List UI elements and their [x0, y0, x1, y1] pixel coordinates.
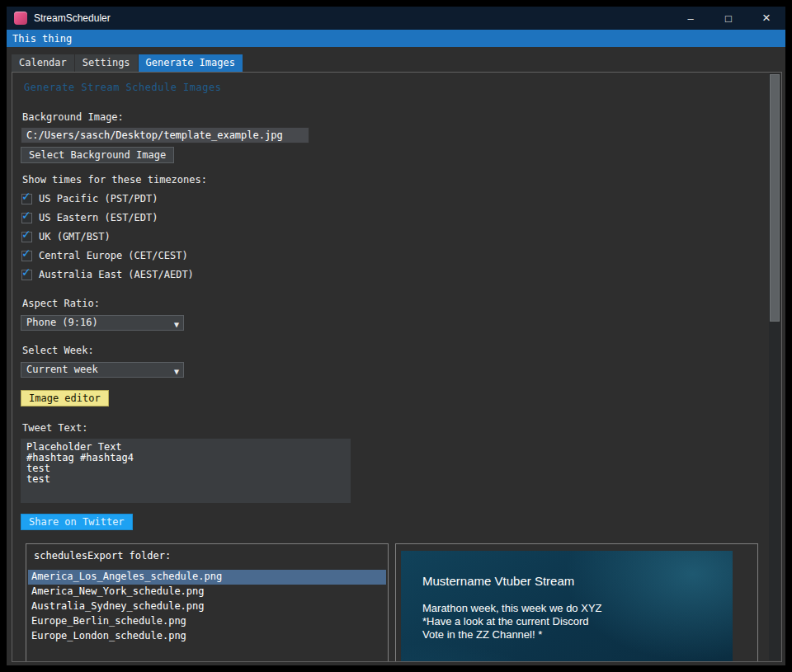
timezone-option-us-eastern[interactable]: ✓ US Eastern (EST/EDT) — [21, 211, 158, 224]
export-file-list: America_Los_Angeles_schedule.png America… — [28, 570, 386, 644]
maximize-icon: □ — [725, 12, 732, 25]
file-list-item[interactable]: Europe_London_schedule.png — [28, 629, 386, 644]
preview-line: Marathon week, this week we do XYZ — [422, 602, 602, 614]
tab-settings[interactable]: Settings — [75, 54, 138, 72]
maximize-button[interactable]: □ — [710, 7, 747, 30]
background-image-path-input[interactable]: C:/Users/sasch/Desktop/template_example.… — [21, 127, 309, 143]
app-icon — [14, 12, 27, 25]
timezone-option-australia-east[interactable]: ✓ Australia East (AEST/AEDT) — [21, 268, 194, 281]
window-controls: – □ × — [672, 7, 785, 30]
check-icon: ✓ — [21, 266, 31, 279]
check-icon: ✓ — [21, 209, 31, 222]
window-title: StreamScheduler — [34, 12, 111, 24]
chevron-down-icon: ▼ — [174, 317, 179, 331]
checkbox-us-pacific[interactable]: ✓ — [21, 194, 32, 204]
screenshot-stage: StreamScheduler – □ × This thing Calenda… — [0, 0, 792, 672]
share-on-twitter-button[interactable]: Share on Twitter — [21, 514, 133, 530]
tab-calendar[interactable]: Calendar — [12, 54, 74, 72]
checkbox-label: US Eastern (EST/EDT) — [39, 212, 158, 223]
title-bar: StreamScheduler – □ × — [7, 7, 785, 30]
close-icon: × — [762, 10, 771, 26]
image-editor-button[interactable]: Image editor — [21, 390, 109, 406]
chevron-down-icon: ▼ — [174, 364, 179, 378]
checkbox-uk[interactable]: ✓ — [21, 232, 32, 242]
export-folder-panel: schedulesExport folder: America_Los_Ange… — [26, 543, 389, 662]
minimize-icon: – — [687, 12, 693, 25]
vertical-scrollbar[interactable] — [769, 73, 780, 660]
file-list-item[interactable]: America_Los_Angeles_schedule.png — [28, 570, 386, 585]
scrollbar-thumb[interactable] — [770, 74, 780, 322]
schedule-preview-panel: Mustername Vtuber Stream Marathon week, … — [395, 543, 758, 662]
close-button[interactable]: × — [747, 7, 785, 30]
checkbox-us-eastern[interactable]: ✓ — [21, 213, 32, 223]
timezone-option-central-europe[interactable]: ✓ Central Europe (CET/CEST) — [21, 249, 188, 262]
checkbox-label: Central Europe (CET/CEST) — [39, 250, 188, 261]
schedule-preview-image: Mustername Vtuber Stream Marathon week, … — [401, 551, 733, 662]
minimize-button[interactable]: – — [672, 7, 710, 30]
preview-title: Mustername Vtuber Stream — [422, 574, 574, 588]
export-folder-label: schedulesExport folder: — [34, 550, 171, 562]
aspect-ratio-value: Phone (9:16) — [26, 317, 98, 328]
aspect-ratio-select[interactable]: Phone (9:16) ▼ — [21, 315, 184, 331]
menu-item-this-thing[interactable]: This thing — [7, 30, 78, 47]
timezones-label: Show times for these timezones: — [22, 174, 207, 186]
menu-bar: This thing — [7, 30, 785, 47]
file-list-item[interactable]: America_New_York_schedule.png — [28, 585, 386, 599]
tweet-text-label: Tweet Text: — [22, 422, 87, 434]
select-week-label: Select Week: — [22, 345, 94, 356]
checkbox-central-europe[interactable]: ✓ — [21, 251, 32, 261]
tweet-text-textarea[interactable]: Placeholder Text #hashtag #hashtag4 test… — [21, 439, 351, 503]
app-window: StreamScheduler – □ × This thing Calenda… — [7, 7, 785, 665]
select-background-image-button[interactable]: Select Background Image — [21, 147, 174, 163]
preview-line: Vote in the ZZ Channel! * — [422, 628, 542, 641]
check-icon: ✓ — [21, 247, 31, 260]
week-select[interactable]: Current week ▼ — [21, 362, 184, 378]
aspect-ratio-label: Aspect Ratio: — [22, 298, 100, 309]
timezone-option-uk[interactable]: ✓ UK (GMT/BST) — [21, 230, 111, 243]
checkbox-label: UK (GMT/BST) — [39, 231, 111, 242]
file-list-item[interactable]: Australia_Sydney_schedule.png — [28, 599, 386, 614]
checkbox-label: US Pacific (PST/PDT) — [39, 193, 158, 204]
check-icon: ✓ — [21, 190, 31, 203]
generate-images-panel: Generate Stream Schedule Images Backgrou… — [12, 72, 782, 662]
tab-bar: Calendar Settings Generate Images — [7, 47, 785, 72]
preview-line: *Have a look at the current Discord — [422, 615, 589, 627]
file-list-item[interactable]: Europe_Berlin_schedule.png — [28, 614, 386, 629]
tab-generate-images[interactable]: Generate Images — [139, 54, 243, 72]
background-image-label: Background Image: — [22, 111, 124, 123]
week-value: Current week — [26, 364, 98, 375]
check-icon: ✓ — [21, 228, 31, 241]
timezone-option-us-pacific[interactable]: ✓ US Pacific (PST/PDT) — [21, 192, 158, 205]
checkbox-label: Australia East (AEST/AEDT) — [39, 269, 194, 280]
section-heading: Generate Stream Schedule Images — [24, 82, 221, 93]
checkbox-australia-east[interactable]: ✓ — [21, 270, 32, 280]
